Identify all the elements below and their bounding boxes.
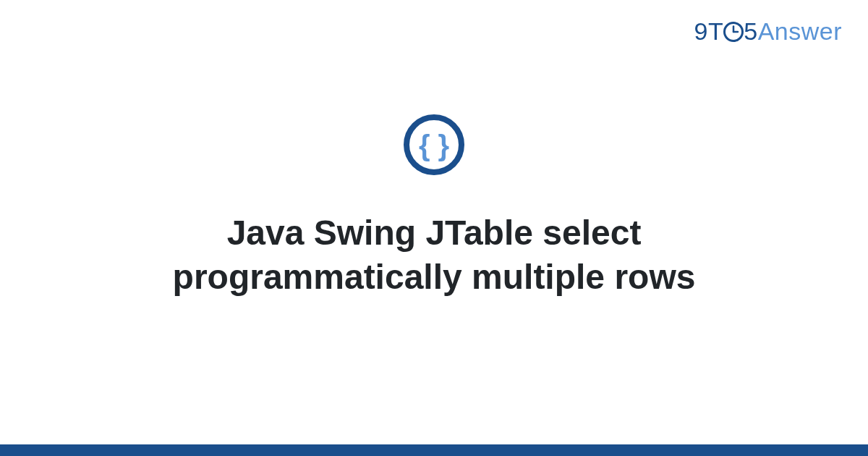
code-braces-icon: { } xyxy=(403,114,465,176)
footer-bar xyxy=(0,444,868,456)
page-title: Java Swing JTable select programmaticall… xyxy=(80,211,788,300)
main-content: { } Java Swing JTable select programmati… xyxy=(0,0,868,456)
svg-text:{ }: { } xyxy=(419,130,449,161)
